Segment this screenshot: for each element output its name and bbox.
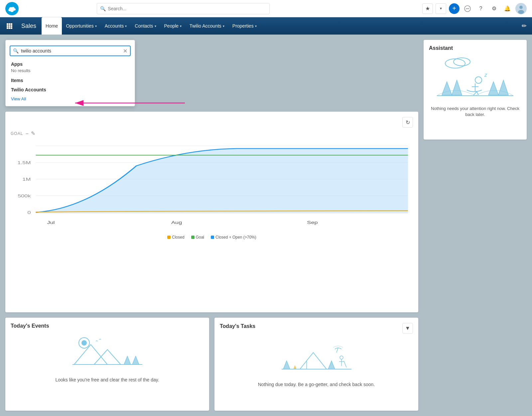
- chart-header: ↻: [11, 117, 413, 128]
- gear-icon: ⚙: [492, 5, 496, 12]
- chart-legend: Closed Goal Closed + Open (>70%): [11, 235, 413, 240]
- svg-marker-37: [94, 350, 121, 364]
- svg-marker-54: [442, 82, 452, 95]
- assistant-illustration: z: [429, 55, 521, 102]
- nav-bar: Sales Home Opportunities ▾ Accounts ▾ Co…: [0, 17, 532, 35]
- tasks-dropdown-button[interactable]: ▼: [402, 323, 413, 334]
- chevron-down-icon: ▾: [255, 24, 257, 28]
- search-icon: 🔍: [13, 48, 19, 53]
- svg-marker-41: [300, 353, 327, 369]
- wave-icon[interactable]: [462, 3, 473, 14]
- nav-item-home[interactable]: Home: [42, 17, 62, 35]
- chevron-down-icon: ▼: [405, 325, 410, 331]
- svg-point-53: [454, 58, 470, 66]
- svg-marker-44: [283, 361, 290, 369]
- top-bar: 🔍 ★ ▼ + ? ⚙ 🔔: [0, 0, 532, 17]
- items-section: Items: [6, 75, 135, 85]
- svg-point-58: [475, 77, 482, 83]
- nav-item-accounts[interactable]: Accounts ▾: [101, 17, 131, 35]
- svg-marker-43: [328, 361, 335, 369]
- todays-tasks-title: Today's Tasks: [220, 323, 255, 329]
- chevron-down-icon: ▾: [223, 24, 224, 28]
- assistant-title: Assistant: [429, 45, 453, 51]
- chevron-down-icon: ▾: [125, 24, 127, 28]
- twilio-accounts-result[interactable]: Twilio Accounts: [6, 85, 135, 94]
- svg-point-8: [518, 10, 524, 14]
- nav-item-contacts[interactable]: Contacts ▾: [131, 17, 160, 35]
- svg-rect-17: [11, 27, 12, 29]
- add-button[interactable]: +: [449, 3, 460, 14]
- bottom-row: Today's Events: [5, 318, 418, 411]
- nav-item-people[interactable]: People ▾: [160, 17, 186, 35]
- goal-row: GOAL -- ✎: [11, 130, 413, 137]
- svg-marker-39: [132, 356, 139, 364]
- legend-goal: Goal: [191, 235, 204, 240]
- view-all-link[interactable]: View All: [6, 94, 135, 103]
- nav-items: Home Opportunities ▾ Accounts ▾ Contacts…: [42, 17, 261, 35]
- legend-closed-open: Closed + Open (>70%): [211, 235, 256, 240]
- todays-tasks-header: Today's Tasks ▼: [220, 323, 413, 334]
- chevron-down-icon[interactable]: ▼: [436, 3, 446, 14]
- svg-point-52: [445, 59, 465, 68]
- svg-text:0: 0: [27, 210, 31, 215]
- svg-text:1.5M: 1.5M: [17, 160, 31, 165]
- svg-marker-38: [124, 356, 131, 364]
- goal-edit-icon[interactable]: ✎: [31, 130, 35, 137]
- apps-section: Apps No results: [6, 59, 135, 75]
- performance-chart: 0 500k 1M 1.5M Jul Aug Sep: [11, 139, 413, 232]
- avatar[interactable]: [515, 3, 527, 14]
- todays-events-title: Today's Events: [11, 323, 204, 329]
- favorites-button[interactable]: ★: [422, 3, 433, 14]
- svg-marker-55: [452, 80, 462, 95]
- star-icon: ★: [425, 5, 430, 12]
- search-dropdown-container: 🔍 ✕ Apps No results Items Twilio Account…: [5, 40, 418, 106]
- settings-button[interactable]: ⚙: [489, 3, 499, 14]
- closed-open-legend-dot: [211, 236, 214, 239]
- svg-point-4: [10, 9, 14, 12]
- svg-point-35: [81, 340, 87, 346]
- nav-edit-button[interactable]: ✏: [522, 17, 529, 35]
- legend-closed: Closed: [167, 235, 184, 240]
- nav-item-properties[interactable]: Properties ▾: [228, 17, 261, 35]
- chart-card: ↻ GOAL -- ✎ 0 500k 1M: [5, 112, 418, 312]
- closed-legend-label: Closed: [172, 235, 184, 240]
- search-dropdown: 🔍 ✕ Apps No results Items Twilio Account…: [5, 40, 135, 106]
- search-dropdown-input[interactable]: [10, 46, 131, 56]
- svg-rect-10: [9, 23, 10, 25]
- apps-section-title: Apps: [11, 61, 129, 67]
- items-section-title: Items: [11, 78, 129, 83]
- right-column: Assistant z: [424, 40, 527, 411]
- assistant-text: Nothing needs your attention right now. …: [429, 106, 521, 118]
- closed-open-legend-label: Closed + Open (>70%): [215, 235, 256, 240]
- svg-text:1M: 1M: [22, 177, 31, 181]
- chart-area: 0 500k 1M 1.5M Jul Aug Sep: [11, 139, 413, 232]
- todays-events-card: Today's Events: [5, 318, 209, 411]
- nav-item-twilio-accounts[interactable]: Twilio Accounts ▾: [186, 17, 228, 35]
- svg-point-7: [519, 6, 523, 9]
- goal-legend-label: Goal: [196, 235, 204, 240]
- svg-marker-49: [293, 365, 297, 369]
- svg-rect-13: [9, 25, 10, 27]
- apps-no-results: No results: [11, 67, 129, 74]
- add-icon: +: [452, 5, 456, 12]
- global-search-bar: 🔍: [97, 3, 270, 14]
- notifications-button[interactable]: 🔔: [502, 3, 513, 14]
- goal-value: --: [26, 131, 28, 136]
- refresh-button[interactable]: ↻: [402, 117, 413, 128]
- main-content: 🔍 ✕ Apps No results Items Twilio Account…: [0, 35, 532, 416]
- clear-icon[interactable]: ✕: [123, 48, 127, 54]
- svg-rect-15: [7, 27, 8, 29]
- chevron-down-icon: ▾: [155, 24, 156, 28]
- closed-legend-dot: [167, 236, 171, 239]
- help-button[interactable]: ?: [475, 3, 486, 14]
- global-search-input[interactable]: [97, 3, 270, 14]
- question-icon: ?: [479, 6, 482, 12]
- search-dropdown-input-wrap: 🔍 ✕: [6, 43, 135, 59]
- tasks-illustration: [220, 338, 413, 377]
- app-launcher-button[interactable]: [3, 17, 16, 35]
- nav-item-opportunities[interactable]: Opportunities ▾: [62, 17, 100, 35]
- svg-marker-56: [488, 82, 498, 95]
- salesforce-logo[interactable]: [5, 2, 19, 15]
- events-illustration: [11, 333, 204, 373]
- svg-text:500k: 500k: [18, 194, 31, 198]
